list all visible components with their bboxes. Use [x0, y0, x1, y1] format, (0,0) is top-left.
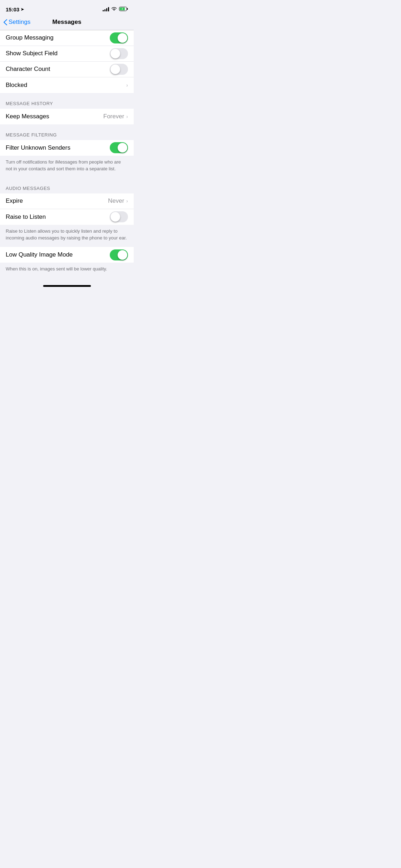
low-quality-section: Low Quality Image Mode	[0, 247, 134, 263]
status-icons	[103, 6, 128, 12]
character-count-toggle[interactable]	[110, 64, 128, 75]
battery-icon	[119, 6, 128, 12]
toggle-thumb	[118, 250, 127, 260]
keep-messages-row[interactable]: Keep Messages Forever ›	[0, 109, 134, 124]
blocked-right: ›	[126, 82, 128, 88]
filter-unknown-senders-row[interactable]: Filter Unknown Senders	[0, 140, 134, 156]
message-filtering-header: MESSAGE FILTERING	[0, 124, 134, 140]
raise-to-listen-toggle[interactable]	[110, 211, 128, 222]
blocked-chevron-icon: ›	[126, 82, 128, 88]
message-history-header: MESSAGE HISTORY	[0, 93, 134, 109]
expire-value: Never	[108, 197, 124, 205]
home-indicator	[43, 285, 91, 287]
nav-bar: Settings Messages	[0, 16, 134, 30]
group-messaging-toggle[interactable]	[110, 32, 128, 43]
expire-right: Never ›	[108, 197, 128, 205]
audio-messages-header-text: AUDIO MESSAGES	[6, 186, 50, 191]
svg-rect-1	[127, 8, 128, 10]
message-filtering-section: Filter Unknown Senders	[0, 140, 134, 156]
message-history-header-text: MESSAGE HISTORY	[6, 101, 53, 106]
group-messaging-label: Group Messaging	[6, 34, 110, 41]
toggle-thumb	[110, 49, 120, 58]
expire-label: Expire	[6, 197, 108, 205]
signal-bars-icon	[103, 7, 109, 11]
filter-unknown-senders-label: Filter Unknown Senders	[6, 144, 110, 151]
main-toggle-section: Group Messaging Show Subject Field Chara…	[0, 30, 134, 93]
message-filtering-footer-text: Turn off notifications for iMessages fro…	[6, 159, 121, 171]
character-count-label: Character Count	[6, 66, 110, 73]
status-bar: 15:03 ➤	[0, 0, 134, 16]
raise-to-listen-row[interactable]: Raise to Listen	[0, 209, 134, 225]
message-filtering-footer: Turn off notifications for iMessages fro…	[0, 156, 134, 178]
low-quality-image-mode-label: Low Quality Image Mode	[6, 251, 110, 258]
back-button[interactable]: Settings	[4, 19, 30, 26]
blocked-label: Blocked	[6, 82, 126, 89]
low-quality-footer: When this is on, images sent will be low…	[0, 263, 134, 278]
toggle-thumb	[118, 143, 127, 153]
toggle-thumb	[110, 212, 120, 222]
expire-chevron-icon: ›	[126, 198, 128, 204]
keep-messages-chevron-icon: ›	[126, 114, 128, 119]
back-chevron-icon	[4, 19, 7, 25]
filter-unknown-senders-toggle[interactable]	[110, 142, 128, 153]
message-filtering-header-text: MESSAGE FILTERING	[6, 132, 57, 138]
audio-messages-footer-text: Raise to Listen allows you to quickly li…	[6, 228, 127, 241]
location-icon: ➤	[21, 7, 24, 12]
keep-messages-label: Keep Messages	[6, 113, 103, 120]
message-history-section: Keep Messages Forever ›	[0, 109, 134, 124]
blocked-row[interactable]: Blocked ›	[0, 77, 134, 93]
show-subject-field-row[interactable]: Show Subject Field	[0, 46, 134, 62]
audio-messages-footer: Raise to Listen allows you to quickly li…	[0, 225, 134, 247]
wifi-icon	[111, 6, 117, 12]
low-quality-image-mode-row[interactable]: Low Quality Image Mode	[0, 247, 134, 263]
raise-to-listen-label: Raise to Listen	[6, 213, 110, 221]
audio-messages-header: AUDIO MESSAGES	[0, 178, 134, 193]
keep-messages-value: Forever	[103, 113, 124, 120]
toggle-thumb	[118, 33, 127, 43]
page-title: Messages	[52, 19, 81, 26]
low-quality-image-mode-toggle[interactable]	[110, 249, 128, 260]
expire-row[interactable]: Expire Never ›	[0, 193, 134, 209]
audio-messages-section: Expire Never › Raise to Listen	[0, 193, 134, 225]
show-subject-field-toggle[interactable]	[110, 48, 128, 59]
status-time: 15:03 ➤	[6, 6, 24, 12]
show-subject-field-label: Show Subject Field	[6, 50, 110, 57]
character-count-row[interactable]: Character Count	[0, 62, 134, 77]
group-messaging-row[interactable]: Group Messaging	[0, 30, 134, 46]
home-indicator-area	[0, 278, 134, 290]
keep-messages-right: Forever ›	[103, 113, 128, 120]
toggle-thumb	[110, 64, 120, 74]
low-quality-footer-text: When this is on, images sent will be low…	[6, 266, 107, 272]
